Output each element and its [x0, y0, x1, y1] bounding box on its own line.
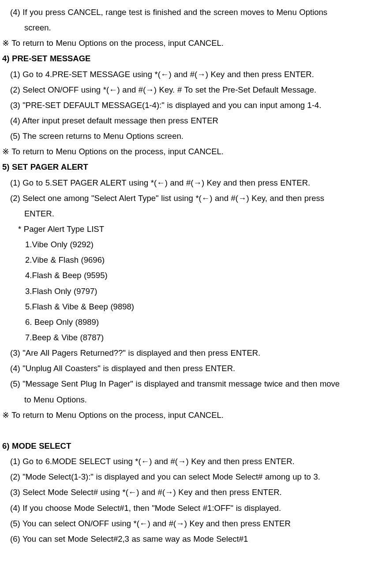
text-line: (4) After input preset default message t… — [2, 113, 380, 128]
text-line: (1) Go to 4.PRE-SET MESSAGE using *(←) a… — [2, 67, 380, 82]
text-line: screen. — [2, 20, 380, 35]
text-line: 2.Vibe & Flash (9696) — [2, 252, 380, 268]
text-line: (3) "PRE-SET DEFAULT MESSAGE(1-4):" is d… — [2, 97, 380, 113]
text-line: (4) "Unplug All Coasters" is displayed a… — [2, 361, 380, 376]
text-line: 4) PRE-SET MESSAGE — [2, 51, 380, 66]
text-line: 6. Beep Only (8989) — [2, 314, 380, 330]
text-line: (1) Go to 6.MODE SELECT using *(←) and #… — [2, 454, 380, 469]
text-line: 6) MODE SELECT — [2, 438, 380, 454]
text-line: (3) "Are All Pagers Returned??" is displ… — [2, 345, 380, 361]
text-line — [2, 423, 380, 438]
text-line: * Pager Alert Type LIST — [2, 221, 380, 237]
text-line: ENTER. — [2, 206, 380, 221]
text-line: 5.Flash & Vibe & Beep (9898) — [2, 299, 380, 314]
text-line: (2) "Mode Select(1-3):" is displayed and… — [2, 469, 380, 484]
text-line: (1) Go to 5.SET PAGER ALERT using *(←) a… — [2, 175, 380, 190]
text-line: (2) Select ON/OFF using *(←) and #(→) Ke… — [2, 82, 380, 97]
text-line: 3.Flash Only (9797) — [2, 283, 380, 299]
text-line: (5) The screen returns to Menu Options s… — [2, 128, 380, 144]
text-line: ※ To return to Menu Options on the proce… — [2, 407, 380, 423]
text-line: (4) If you choose Mode Select#1, then "M… — [2, 500, 380, 516]
text-line: ※ To return to Menu Options on the proce… — [2, 35, 380, 51]
text-line: (5) "Message Sent Plug In Pager" is disp… — [2, 376, 380, 391]
text-line: to Menu Options. — [2, 392, 380, 407]
document-body: (4) If you press CANCEL, range test is f… — [2, 4, 380, 547]
text-line: 1.Vibe Only (9292) — [2, 237, 380, 252]
text-line: (6) You can set Mode Select#2,3 as same … — [2, 531, 380, 547]
text-line: 7.Beep & Vibe (8787) — [2, 330, 380, 345]
text-line: (4) If you press CANCEL, range test is f… — [2, 4, 380, 20]
text-line: ※ To return to Menu Options on the proce… — [2, 144, 380, 159]
text-line: (2) Select one among "Select Alert Type"… — [2, 190, 380, 206]
text-line: 5) SET PAGER ALERT — [2, 159, 380, 175]
text-line: (3) Select Mode Select# using *(←) and #… — [2, 484, 380, 500]
text-line: 4.Flash & Beep (9595) — [2, 268, 380, 283]
text-line: (5) You can select ON/OFF using *(←) and… — [2, 516, 380, 531]
